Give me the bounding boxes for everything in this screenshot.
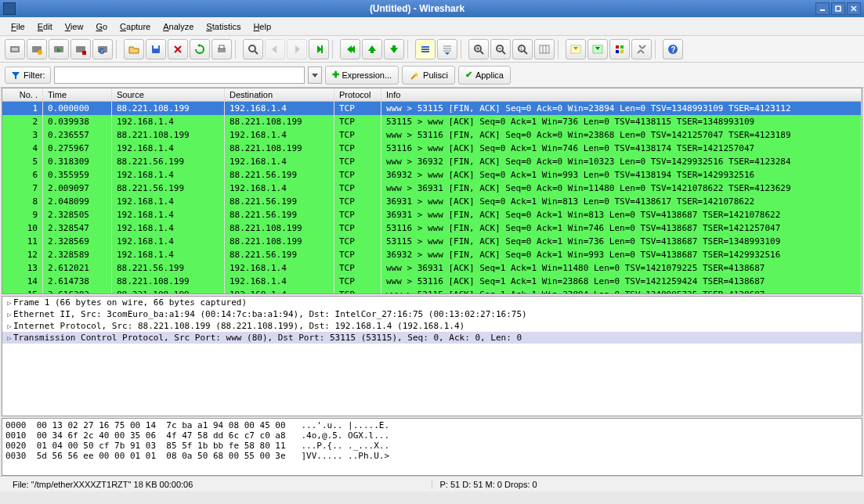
- svg-rect-19: [219, 45, 224, 49]
- colorize-button[interactable]: [415, 39, 436, 59]
- menu-view[interactable]: View: [59, 20, 90, 34]
- detail-row[interactable]: ▷ Frame 1 (66 bytes on wire, 66 bytes ca…: [2, 297, 862, 308]
- col-header-time[interactable]: Time: [43, 88, 112, 101]
- print-button[interactable]: [211, 39, 232, 59]
- plus-icon: ✚: [332, 70, 339, 80]
- menu-statistics[interactable]: Statistics: [200, 20, 247, 34]
- go-up-button[interactable]: [362, 39, 382, 59]
- capture-filters-button[interactable]: [566, 39, 586, 59]
- packet-row[interactable]: 72.00909788.221.56.199192.168.1.4TCPwww …: [2, 182, 862, 195]
- packet-row[interactable]: 82.048099192.168.1.488.221.56.199TCP3693…: [2, 195, 862, 208]
- col-header-destination[interactable]: Destination: [225, 88, 334, 101]
- packet-row[interactable]: 30.23655788.221.108.199192.168.1.4TCPwww…: [2, 128, 862, 142]
- svg-line-40: [480, 51, 483, 54]
- packet-row[interactable]: 152.61628288.221.108.199192.168.1.4TCPww…: [2, 288, 862, 294]
- restart-capture-button[interactable]: [92, 39, 113, 59]
- menu-go[interactable]: Go: [89, 20, 114, 34]
- help-button[interactable]: ?: [663, 39, 683, 59]
- packet-row[interactable]: 40.275967192.168.1.488.221.108.199TCP531…: [2, 142, 862, 155]
- minimize-button[interactable]: [815, 2, 830, 15]
- svg-rect-1: [836, 6, 841, 11]
- resize-columns-button[interactable]: [534, 39, 555, 59]
- filter-dropdown-button[interactable]: [308, 67, 322, 84]
- filter-label-button[interactable]: Filter:: [5, 67, 51, 84]
- packet-row[interactable]: 60.355959192.168.1.488.221.56.199TCP3693…: [2, 168, 862, 182]
- check-icon: ✔: [465, 70, 472, 80]
- detail-row[interactable]: ▷ Ethernet II, Src: 3comEuro_ba:a1:94 (0…: [2, 308, 862, 320]
- coloring-rules-button[interactable]: [609, 39, 630, 59]
- zoom-in-button[interactable]: [468, 39, 489, 59]
- interfaces-button[interactable]: [5, 39, 25, 59]
- apply-button[interactable]: ✔ Applica: [458, 66, 511, 85]
- svg-line-62: [639, 45, 642, 49]
- start-capture-button[interactable]: [49, 39, 69, 59]
- zoom-out-button[interactable]: [490, 39, 511, 59]
- packet-list-pane[interactable]: No. . Time Source Destination Protocol I…: [2, 88, 862, 294]
- broom-icon: [409, 70, 420, 81]
- expression-button[interactable]: ✚ Expression...: [325, 66, 399, 85]
- status-file: File: "/tmp/etherXXXXZT1RZT" 18 KB 00:00…: [5, 480, 432, 489]
- open-button[interactable]: [124, 39, 144, 59]
- col-header-no[interactable]: No. .: [2, 88, 43, 101]
- filter-input[interactable]: [54, 67, 305, 84]
- menu-analyze[interactable]: Analyze: [157, 20, 200, 34]
- reload-button[interactable]: [190, 39, 210, 59]
- packet-row[interactable]: 142.61473888.221.108.199192.168.1.4TCPww…: [2, 275, 862, 288]
- packet-row[interactable]: 50.31830988.221.56.199192.168.1.4TCPwww …: [2, 155, 862, 168]
- title-bar: (Untitled) - Wireshark: [0, 0, 864, 17]
- filter-icon: [10, 70, 21, 81]
- svg-marker-17: [197, 44, 200, 47]
- go-back-button[interactable]: [265, 39, 285, 59]
- expand-triangle-icon[interactable]: ▷: [5, 311, 13, 319]
- clear-button[interactable]: Pulisci: [402, 66, 455, 85]
- menu-capture[interactable]: Capture: [114, 20, 157, 34]
- clear-label: Pulisci: [423, 70, 448, 80]
- expand-triangle-icon[interactable]: ▷: [5, 334, 13, 342]
- detail-row[interactable]: ▷ Transmission Control Protocol, Src Por…: [2, 332, 862, 344]
- packet-row[interactable]: 102.328547192.168.1.488.221.108.199TCP53…: [2, 221, 862, 235]
- menu-help[interactable]: Help: [247, 20, 277, 34]
- packet-row[interactable]: 122.328589192.168.1.488.221.56.199TCP369…: [2, 248, 862, 261]
- col-header-source[interactable]: Source: [112, 88, 225, 101]
- menu-edit[interactable]: Edit: [31, 20, 59, 34]
- filter-toolbar: Filter: ✚ Expression... Pulisci ✔ Applic…: [0, 63, 864, 88]
- menu-file[interactable]: File: [5, 20, 31, 34]
- svg-rect-58: [616, 50, 619, 53]
- app-icon: [3, 2, 16, 15]
- svg-text:?: ?: [671, 45, 676, 54]
- expand-triangle-icon[interactable]: ▷: [5, 299, 13, 307]
- col-header-protocol[interactable]: Protocol: [334, 88, 381, 101]
- close-button[interactable]: [847, 2, 861, 15]
- packet-details-pane[interactable]: ▷ Frame 1 (66 bytes on wire, 66 bytes ca…: [2, 296, 862, 416]
- go-first-button[interactable]: [340, 39, 360, 59]
- detail-row[interactable]: ▷ Internet Protocol, Src: 88.221.108.199…: [2, 320, 862, 332]
- svg-line-63: [641, 50, 644, 53]
- find-button[interactable]: [243, 39, 263, 59]
- packet-row[interactable]: 92.328505192.168.1.488.221.56.199TCP3693…: [2, 208, 862, 221]
- packet-bytes-pane[interactable]: 0000 00 13 02 27 16 75 00 14 7c ba a1 94…: [2, 418, 862, 476]
- status-bar: File: "/tmp/etherXXXXZT1RZT" 18 KB 00:00…: [0, 476, 864, 491]
- packet-row[interactable]: 20.039938192.168.1.488.221.108.199TCP531…: [2, 115, 862, 128]
- preferences-button[interactable]: [631, 39, 652, 59]
- options-button[interactable]: [27, 39, 47, 59]
- status-packets: P: 51 D: 51 M: 0 Drops: 0: [432, 480, 860, 489]
- maximize-button[interactable]: [831, 2, 845, 15]
- go-forward-button[interactable]: [287, 39, 307, 59]
- svg-marker-23: [295, 45, 300, 53]
- svg-marker-66: [12, 72, 20, 79]
- col-header-info[interactable]: Info: [381, 88, 862, 101]
- display-filters-button[interactable]: [587, 39, 608, 59]
- packet-row[interactable]: 132.61202188.221.56.199192.168.1.4TCPwww…: [2, 261, 862, 275]
- go-down-button[interactable]: [384, 39, 404, 59]
- go-to-packet-button[interactable]: [309, 39, 329, 59]
- zoom-reset-button[interactable]: 1: [512, 39, 533, 59]
- packet-row[interactable]: 10.00000088.221.108.199192.168.1.4TCPwww…: [2, 102, 862, 115]
- stop-capture-button[interactable]: [70, 39, 91, 59]
- expand-triangle-icon[interactable]: ▷: [5, 322, 13, 330]
- auto-scroll-button[interactable]: [437, 39, 457, 59]
- svg-rect-31: [392, 45, 396, 49]
- close-file-button[interactable]: [168, 39, 188, 59]
- save-button[interactable]: [146, 39, 166, 59]
- apply-label: Applica: [475, 70, 504, 80]
- packet-row[interactable]: 112.328569192.168.1.488.221.108.199TCP53…: [2, 235, 862, 248]
